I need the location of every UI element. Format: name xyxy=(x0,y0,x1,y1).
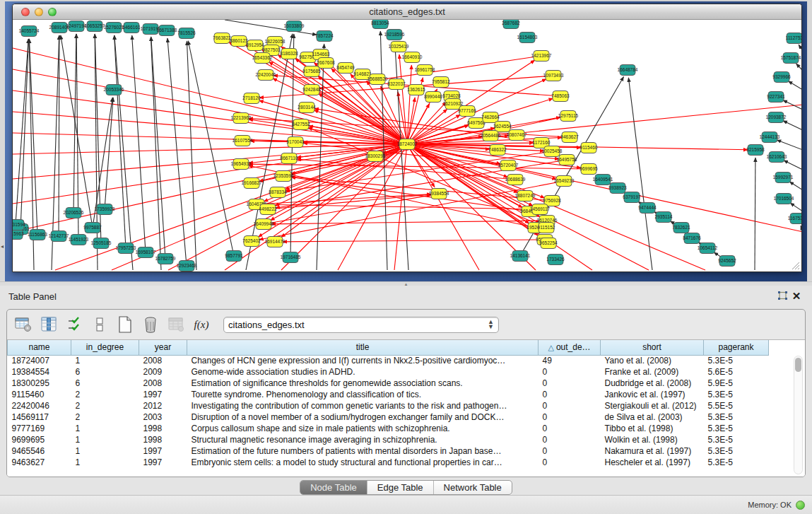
graph-node-yellow[interactable]: 20564486 xyxy=(481,131,501,141)
graph-node-teal[interactable]: 7832621 xyxy=(672,223,690,233)
table-cell[interactable]: 1997 xyxy=(139,389,187,400)
table-cell[interactable]: Hescheler et al. (1997) xyxy=(601,457,704,468)
table-cell[interactable]: Embryonic stem cells: a model to study s… xyxy=(187,457,539,468)
unselect-all-button[interactable] xyxy=(89,314,110,335)
graph-node-yellow[interactable]: 1362615 xyxy=(407,85,425,95)
table-cell[interactable]: 18300295 xyxy=(8,378,71,389)
table-cell[interactable]: 5.3E-5 xyxy=(704,423,769,434)
graph-node-teal[interactable]: 6466161 xyxy=(122,23,141,33)
graph-node-yellow[interactable]: 16914479 xyxy=(265,237,286,247)
table-cell[interactable]: 5.3E-5 xyxy=(704,411,769,423)
table-settings-button[interactable] xyxy=(13,314,34,335)
graph-node-teal[interactable]: 12923468 xyxy=(177,261,197,271)
import-table-button[interactable] xyxy=(165,314,187,335)
column-header-in_degree[interactable]: in_degree xyxy=(71,340,139,355)
graph-node-teal[interactable]: 14055724 xyxy=(19,26,40,37)
graph-node-teal[interactable]: 11451923 xyxy=(69,235,89,245)
graph-node-teal[interactable]: 17359928 xyxy=(95,204,115,215)
table-cell[interactable]: 5.3E-5 xyxy=(704,445,769,457)
black-edge[interactable] xyxy=(801,226,801,231)
graph-node-teal[interactable]: 17957253 xyxy=(116,243,136,254)
red-edge[interactable] xyxy=(259,181,564,240)
black-edge[interactable] xyxy=(167,38,187,266)
table-cell[interactable]: 0 xyxy=(539,457,601,468)
table-cell[interactable]: Corpus callosum shape and size in male p… xyxy=(187,423,539,434)
black-edge[interactable] xyxy=(783,121,801,130)
graph-node-yellow[interactable]: 10973493 xyxy=(543,71,564,81)
graph-node-yellow[interactable]: 16409948 xyxy=(254,219,274,230)
table-cell[interactable]: 1997 xyxy=(139,457,187,468)
black-edge[interactable] xyxy=(628,78,652,270)
graph-node-teal[interactable]: 8813054 xyxy=(371,20,389,29)
graph-node-yellow[interactable]: 8454749 xyxy=(336,63,355,74)
table-cell[interactable]: 1 xyxy=(71,423,139,434)
table-row[interactable]: 977716911998Corpus callosum shape and si… xyxy=(8,423,769,434)
graph-node-yellow[interactable]: 12975115 xyxy=(558,111,579,122)
black-edge[interactable] xyxy=(114,35,126,248)
select-column-button[interactable] xyxy=(38,314,59,335)
table-cell[interactable]: Investigating the contribution of common… xyxy=(187,400,539,411)
table-cell[interactable]: Changes of HCN gene expression and I(f) … xyxy=(187,355,539,366)
table-cell[interactable]: 5.9E-5 xyxy=(704,378,769,389)
table-cell[interactable]: 1 xyxy=(71,445,139,457)
graph-node-yellow[interactable]: 8878334 xyxy=(269,187,287,198)
graph-node-teal[interactable]: 6379197 xyxy=(623,192,641,203)
graph-node-teal[interactable]: 10653257 xyxy=(85,21,105,32)
column-header-title[interactable]: title xyxy=(187,340,539,355)
memory-ok-indicator-icon[interactable] xyxy=(796,501,805,510)
table-cell[interactable]: 9777169 xyxy=(8,423,71,434)
tab-node-table[interactable]: Node Table xyxy=(300,481,367,494)
table-cell[interactable]: 2008 xyxy=(139,378,187,389)
table-cell[interactable]: Tourette syndrome. Phenomenology and cla… xyxy=(187,389,539,400)
graph-node-yellow[interactable]: 12213963 xyxy=(231,113,252,124)
network-window-titlebar[interactable]: citations_edges.txt xyxy=(13,4,801,20)
graph-node-yellow[interactable]: 10325419 xyxy=(389,42,409,52)
graph-node-teal[interactable]: 9857791 xyxy=(225,251,243,262)
graph-node-teal[interactable]: 9227341 xyxy=(767,92,785,103)
graph-node-yellow[interactable]: 8912954 xyxy=(246,40,264,51)
graph-node-teal[interactable]: 17016504 xyxy=(774,194,794,204)
graph-node-yellow[interactable]: 16640910 xyxy=(402,52,423,63)
graph-node-yellow[interactable]: 8860123 xyxy=(230,36,248,47)
table-cell[interactable]: 18724007 xyxy=(8,355,71,366)
graph-node-teal[interactable]: 1112753 xyxy=(786,33,801,44)
graph-node-yellow[interactable]: 22420046 xyxy=(256,70,276,81)
node-table-grid[interactable]: namein_degreeyeartitle△out_de…shortpager… xyxy=(7,340,769,468)
graph-node-teal[interactable]: 12444133 xyxy=(760,132,780,143)
table-cell[interactable]: 2008 xyxy=(139,355,187,366)
table-cell[interactable]: Wolkin et al. (1998) xyxy=(601,434,704,445)
table-cell[interactable]: 2009 xyxy=(139,366,187,378)
select-all-button[interactable] xyxy=(64,314,85,335)
table-row[interactable]: 946554611997Estimation of the future num… xyxy=(8,445,769,457)
graph-node-teal[interactable]: 11156863 xyxy=(28,230,47,240)
table-cell[interactable]: 0 xyxy=(539,423,601,434)
table-cell[interactable]: 1998 xyxy=(139,434,187,445)
graph-node-yellow[interactable]: 16495758 xyxy=(557,155,577,165)
graph-node-yellow[interactable]: 18724007 xyxy=(397,139,418,150)
black-edge[interactable] xyxy=(796,64,801,71)
graph-node-teal[interactable]: 12142737 xyxy=(49,231,69,242)
table-cell[interactable]: Nakamura et al. (1997) xyxy=(601,445,704,457)
tab-edge-table[interactable]: Edge Table xyxy=(367,481,434,494)
graph-node-yellow[interactable]: 14569117 xyxy=(530,204,551,215)
table-cell[interactable]: Yano et al. (2008) xyxy=(601,355,704,366)
graph-node-yellow[interactable]: 10025458 xyxy=(542,146,563,157)
graph-node-yellow[interactable]: 4498222 xyxy=(259,204,277,215)
table-cell[interactable]: 5.3E-5 xyxy=(704,355,769,366)
graph-node-yellow[interactable]: 15688520 xyxy=(367,74,388,85)
table-cell[interactable]: 22420046 xyxy=(8,400,71,411)
minimize-window-icon[interactable] xyxy=(35,8,43,16)
black-edge[interactable] xyxy=(132,35,146,252)
graph-node-yellow[interactable]: 2667608 xyxy=(317,58,335,69)
table-cell[interactable]: 0 xyxy=(539,445,601,457)
graph-node-teal[interactable]: 14136141 xyxy=(510,251,531,262)
table-cell[interactable]: 5.3E-5 xyxy=(704,457,769,468)
table-cell[interactable]: Disruption of a novel member of a sodium… xyxy=(187,411,539,423)
table-cell[interactable]: 2 xyxy=(71,400,139,411)
black-edge[interactable] xyxy=(755,158,755,270)
graph-node-teal[interactable]: 16782759 xyxy=(155,254,176,264)
black-edge[interactable] xyxy=(799,45,801,51)
window-resize-grip[interactable] xyxy=(790,260,800,270)
graph-node-yellow[interactable]: 7625402 xyxy=(242,236,261,247)
column-header-out_de[interactable]: △out_de… xyxy=(539,340,601,355)
